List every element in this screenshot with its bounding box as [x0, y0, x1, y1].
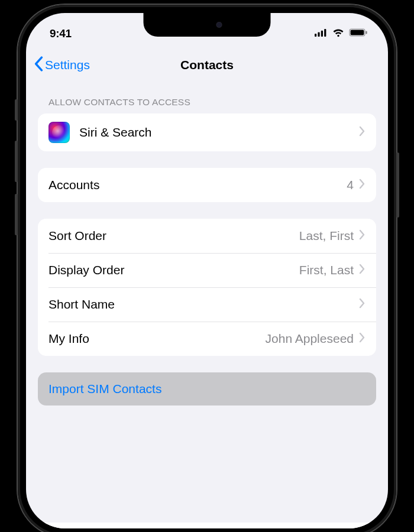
- section-header-access: ALLOW CONTACTS TO ACCESS: [48, 97, 366, 108]
- chevron-right-icon: [358, 125, 366, 140]
- action-label: Import SIM Contacts: [48, 382, 161, 396]
- row-display-order[interactable]: Display Order First, Last: [38, 253, 376, 287]
- power-button: [396, 153, 399, 218]
- camera-dot: [216, 22, 222, 28]
- chevron-right-icon: [358, 263, 366, 277]
- row-sort-order[interactable]: Sort Order Last, First: [38, 219, 376, 253]
- back-label: Settings: [45, 58, 90, 72]
- svg-rect-1: [318, 33, 319, 37]
- row-value: 4: [347, 178, 354, 192]
- row-label: Short Name: [48, 297, 354, 312]
- svg-rect-0: [315, 34, 316, 37]
- chevron-right-icon: [358, 297, 366, 312]
- group-preferences: Sort Order Last, First Display Order Fir…: [38, 219, 376, 356]
- svg-rect-6: [366, 31, 367, 34]
- svg-rect-5: [351, 30, 364, 35]
- row-my-info[interactable]: My Info John Appleseed: [38, 322, 376, 356]
- row-siri-search[interactable]: Siri & Search: [38, 113, 376, 151]
- bottom-edge: [26, 523, 388, 528]
- status-time: 9:41: [50, 27, 72, 40]
- row-label: Siri & Search: [79, 125, 358, 140]
- nav-bar: Settings Contacts: [26, 50, 388, 80]
- import-sim-button[interactable]: Import SIM Contacts: [38, 372, 376, 406]
- row-value: John Appleseed: [266, 332, 354, 346]
- row-label: Accounts: [48, 178, 347, 192]
- svg-rect-3: [324, 29, 326, 37]
- device-frame: 9:41 Settings Contacts: [18, 5, 396, 532]
- svg-rect-2: [321, 31, 323, 37]
- group-access: Siri & Search: [38, 113, 376, 151]
- chevron-right-icon: [358, 178, 366, 192]
- row-label: My Info: [48, 332, 266, 346]
- row-label: Display Order: [48, 263, 299, 277]
- wifi-icon: [332, 28, 345, 40]
- row-value: First, Last: [299, 263, 354, 277]
- cellular-icon: [315, 28, 328, 39]
- row-accounts[interactable]: Accounts 4: [38, 168, 376, 202]
- notch: [144, 13, 271, 37]
- status-icons: [315, 28, 368, 40]
- screen: 9:41 Settings Contacts: [26, 13, 388, 528]
- silence-switch: [15, 99, 18, 121]
- row-value: Last, First: [299, 229, 354, 243]
- content-scroll[interactable]: ALLOW CONTACTS TO ACCESS Siri & Search A…: [26, 84, 388, 528]
- chevron-left-icon: [33, 56, 44, 74]
- chevron-right-icon: [358, 229, 366, 243]
- battery-icon: [349, 28, 368, 39]
- volume-down-button: [15, 194, 18, 235]
- group-accounts: Accounts 4: [38, 168, 376, 202]
- siri-icon: [48, 122, 70, 143]
- row-label: Sort Order: [48, 229, 299, 243]
- row-short-name[interactable]: Short Name: [38, 287, 376, 322]
- back-button[interactable]: Settings: [33, 56, 90, 74]
- group-import: Import SIM Contacts: [38, 372, 376, 406]
- chevron-right-icon: [358, 332, 366, 346]
- volume-up-button: [15, 141, 18, 182]
